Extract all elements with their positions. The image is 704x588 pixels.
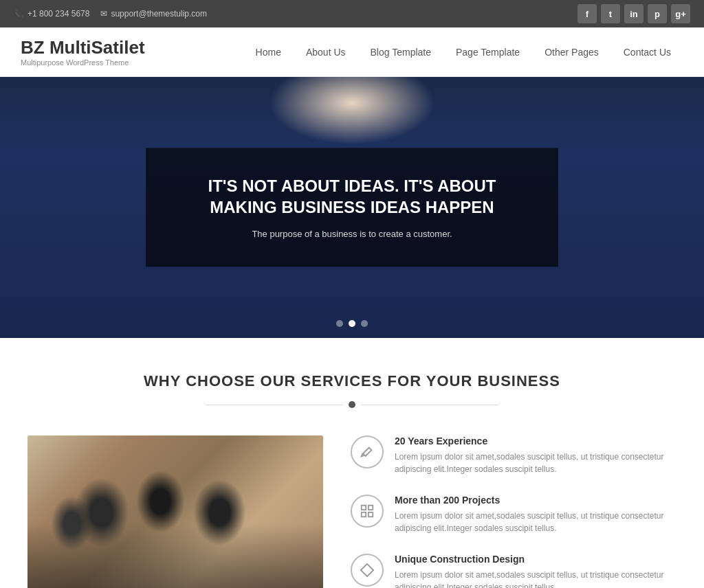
social-icons: f t in p g+ [578,4,690,23]
hero-background: IT'S NOT ABOUT IDEAS. IT'S ABOUT MAKING … [0,77,704,338]
hero-dot-1[interactable] [336,320,343,327]
facebook-icon[interactable]: f [578,4,597,23]
service-text-2: More than 200 Projects Lorem ipsum dolor… [395,495,676,534]
service-item-2: More than 200 Projects Lorem ipsum dolor… [351,495,676,534]
email-info: ✉ support@themestulip.com [100,9,207,19]
nav-item-other[interactable]: Other Pages [532,41,611,63]
divider-dot [349,401,355,408]
service-items: 20 Years Experience Lorem ipsum dolor si… [351,436,676,588]
grid-icon [351,495,384,528]
header: BZ MultiSatilet Multipurpose WordPress T… [0,27,704,77]
svg-rect-2 [362,512,366,517]
services-section: WHY CHOOSE OUR SERVICES FOR YOUR BUSINES… [0,338,704,588]
logo-title: BZ MultiSatilet [21,37,145,58]
nav-item-blog[interactable]: Blog Template [358,41,443,63]
hammer-icon [351,436,384,468]
hero-dots [336,320,368,327]
hero-section: IT'S NOT ABOUT IDEAS. IT'S ABOUT MAKING … [0,77,704,338]
hero-title: IT'S NOT ABOUT IDEAS. IT'S ABOUT MAKING … [187,175,517,218]
svg-rect-1 [368,506,373,510]
section-divider [28,401,676,408]
nav-item-contact[interactable]: Contact Us [611,41,683,63]
hero-subtitle: The purpose of a business is to create a… [187,229,517,240]
hero-overlay: IT'S NOT ABOUT IDEAS. IT'S ABOUT MAKING … [146,148,558,267]
service-desc-1: Lorem ipsum dolor sit amet,sodales susci… [395,451,676,475]
phone-icon: 📞 [14,9,24,19]
divider-line-right [361,405,498,405]
service-item-1: 20 Years Experience Lorem ipsum dolor si… [351,436,676,475]
team-image [28,436,323,588]
service-item-3: Unique Construction Design Lorem ipsum d… [351,554,676,588]
phone-info: 📞 +1 800 234 5678 [14,9,89,19]
diamond-icon [351,554,384,587]
googleplus-icon[interactable]: g+ [671,4,690,23]
nav-item-about[interactable]: About Us [294,41,358,63]
hero-dot-2[interactable] [349,320,355,327]
svg-rect-0 [362,506,366,510]
top-bar: 📞 +1 800 234 5678 ✉ support@themestulip.… [0,0,704,27]
service-title-3: Unique Construction Design [395,554,676,565]
logo-area: BZ MultiSatilet Multipurpose WordPress T… [21,37,145,67]
service-text-1: 20 Years Experience Lorem ipsum dolor si… [395,436,676,475]
service-desc-2: Lorem ipsum dolor sit amet,sodales susci… [395,510,676,534]
divider-line-left [206,405,343,405]
hero-dot-3[interactable] [361,320,368,327]
service-desc-3: Lorem ipsum dolor sit amet,sodales susci… [395,569,676,588]
service-title-1: 20 Years Experience [395,436,676,446]
email-icon: ✉ [100,9,107,19]
linkedin-icon[interactable]: in [624,4,644,23]
svg-rect-3 [368,512,373,517]
nav-item-page[interactable]: Page Template [443,41,532,63]
services-content: 20 Years Experience Lorem ipsum dolor si… [28,436,676,588]
email-address: support@themestulip.com [111,9,207,19]
nav-item-home[interactable]: Home [243,41,294,63]
service-title-2: More than 200 Projects [395,495,676,506]
svg-marker-4 [361,564,373,576]
service-text-3: Unique Construction Design Lorem ipsum d… [395,554,676,588]
top-bar-left: 📞 +1 800 234 5678 ✉ support@themestulip.… [14,9,207,19]
pinterest-icon[interactable]: p [648,4,667,23]
twitter-icon[interactable]: t [601,4,620,23]
services-title: WHY CHOOSE OUR SERVICES FOR YOUR BUSINES… [28,372,676,390]
phone-number: +1 800 234 5678 [28,9,89,19]
main-nav: Home About Us Blog Template Page Templat… [243,41,683,63]
logo-subtitle: Multipurpose WordPress Theme [21,58,145,67]
